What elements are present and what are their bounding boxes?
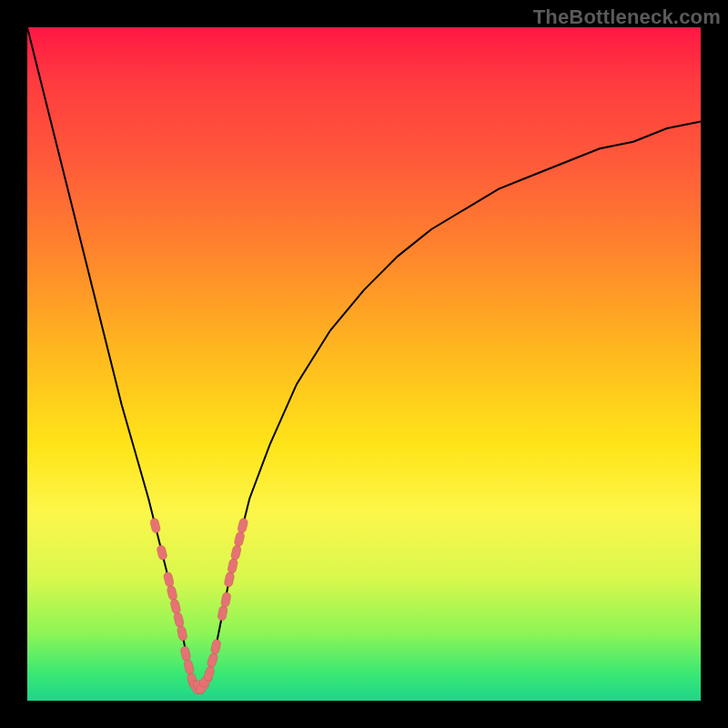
plot-area [27, 27, 701, 701]
marker-pill [180, 645, 191, 662]
marker-pill [224, 571, 235, 588]
marker-pill [167, 585, 178, 602]
watermark-text: TheBottleneck.com [533, 5, 721, 29]
bottleneck-curve [27, 27, 701, 687]
marker-pill [207, 652, 219, 669]
marker-pill [149, 518, 161, 534]
marker-pill [203, 665, 216, 682]
marker-pill [217, 605, 228, 621]
marker-pill [230, 544, 242, 561]
marker-pill [210, 639, 221, 655]
marker-pill [173, 612, 185, 628]
marker-pill [183, 659, 195, 675]
marker-pill [228, 558, 238, 574]
chart-frame: TheBottleneck.com [0, 0, 728, 728]
marker-pill [157, 544, 168, 561]
marker-pill [169, 599, 181, 615]
marker-pill [177, 625, 187, 642]
chart-svg [27, 27, 701, 701]
marker-pill [234, 531, 246, 548]
marker-pill [163, 571, 175, 588]
marker-pill [237, 518, 248, 534]
highlighted-points [149, 518, 248, 696]
marker-pill [220, 592, 231, 607]
